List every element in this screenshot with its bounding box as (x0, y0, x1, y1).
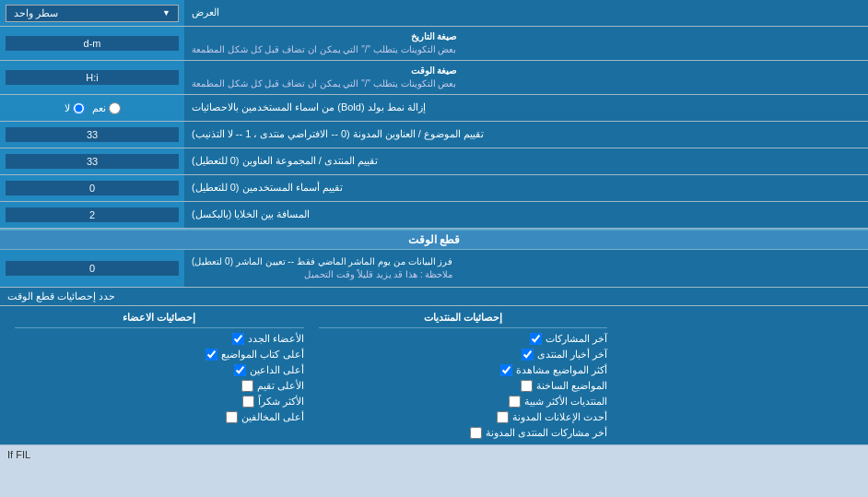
checkbox-forum-news: آخر أخبار المنتدى (319, 347, 608, 362)
posts-stats-col: إحصائيات المنتديات آخر المشاركات آخر أخب… (311, 310, 616, 441)
time-format-input-cell (0, 61, 184, 94)
members-stats-col: إحصائيات الاعضاء الأعضاء الجدد أعلى كتاب… (7, 310, 311, 441)
users-order-input[interactable] (6, 181, 179, 195)
cell-spacing-input-cell (0, 202, 184, 228)
realtime-filter-input-cell (0, 250, 184, 287)
bold-yes-label[interactable]: نعم (92, 102, 121, 114)
checkbox-forum-posts: أخر مشاركات المنتدى المدونة (319, 425, 608, 441)
users-order-input-cell (0, 175, 184, 201)
realtime-filter-label: فرز البيانات من يوم الماشر الماضي فقط --… (184, 250, 868, 287)
checkbox-top-rated: الأعلى تقيم (15, 378, 304, 394)
bold-no-label[interactable]: لا (65, 102, 85, 114)
checkbox-latest-posts-input[interactable] (530, 333, 542, 345)
cell-spacing-label: المسافة بين الخلايا (بالبكسل) (184, 202, 868, 228)
checkbox-hot-topics: المواضيع الساخنة (319, 378, 608, 394)
bold-row: إزالة نمط بولد (Bold) من اسماء المستخدمي… (0, 95, 868, 122)
checkbox-forum-posts-input[interactable] (470, 427, 482, 439)
display-mode-input[interactable]: ▼ سطر واحد (0, 0, 184, 26)
checkbox-top-violators: أعلى المخالفين (15, 409, 304, 425)
checkbox-most-similar: المنتديات الأكثر شبية (319, 394, 608, 409)
display-mode-label: العرض (184, 0, 868, 26)
checkbox-new-members-input[interactable] (232, 333, 244, 345)
checkbox-most-viewed-input[interactable] (500, 364, 512, 376)
checkbox-most-thanks-input[interactable] (242, 396, 254, 408)
forum-order-input-cell (0, 148, 184, 174)
bold-label: إزالة نمط بولد (Bold) من اسماء المستخدمي… (184, 95, 868, 121)
topic-order-input-cell (0, 122, 184, 148)
display-mode-row: العرض ▼ سطر واحد (0, 0, 868, 27)
checkbox-top-invitors: أعلى الداعين (15, 362, 304, 378)
date-format-label: صيغة التاريخ بعض التكوينات يتطلب "/" الت… (184, 27, 868, 60)
date-format-row: صيغة التاريخ بعض التكوينات يتطلب "/" الت… (0, 27, 868, 61)
checkbox-top-writers: أعلى كتاب المواضيع (15, 347, 304, 362)
bold-yes-radio[interactable] (109, 102, 121, 114)
checkbox-hot-topics-input[interactable] (521, 380, 533, 392)
bold-radio-cell: نعم لا (0, 95, 184, 121)
checkbox-most-viewed: أكثر المواضيع مشاهدة (319, 362, 608, 378)
checkbox-top-violators-input[interactable] (226, 411, 238, 423)
users-order-row: تقييم أسماء المستخدمين (0 للتعطيل) (0, 175, 868, 202)
realtime-header: قطع الوقت (0, 229, 868, 250)
time-format-input[interactable] (6, 70, 179, 85)
checkbox-top-invitors-input[interactable] (234, 364, 246, 376)
checkbox-latest-announcements: أحدث الإعلانات المدونة (319, 409, 608, 425)
checkbox-new-members: الأعضاء الجدد (15, 331, 304, 347)
checkbox-latest-posts: آخر المشاركات (319, 331, 608, 347)
date-format-input-cell (0, 27, 184, 60)
topic-order-row: تقييم الموضوع / العناوين المدونة (0 -- ا… (0, 122, 868, 148)
posts-stats-header: إحصائيات المنتديات (319, 310, 608, 328)
forum-order-row: تقييم المنتدى / المجموعة العناوين (0 للت… (0, 148, 868, 175)
checkbox-top-rated-input[interactable] (241, 380, 253, 392)
if-fil-row: If FIL (0, 445, 868, 464)
topic-order-label: تقييم الموضوع / العناوين المدونة (0 -- ا… (184, 122, 868, 148)
time-format-label: صيغة الوقت بعض التكوينات يتطلب "/" التي … (184, 61, 868, 94)
cell-spacing-input[interactable] (6, 207, 179, 222)
display-mode-dropdown[interactable]: ▼ سطر واحد (6, 5, 179, 22)
checkbox-most-similar-input[interactable] (509, 396, 521, 408)
empty-col (615, 310, 861, 441)
cell-spacing-row: المسافة بين الخلايا (بالبكسل) (0, 202, 868, 229)
members-stats-header: إحصائيات الاعضاء (15, 310, 304, 328)
dropdown-arrow: ▼ (162, 8, 170, 18)
time-format-row: صيغة الوقت بعض التكوينات يتطلب "/" التي … (0, 61, 868, 95)
checkbox-forum-news-input[interactable] (522, 349, 534, 361)
checkbox-most-thanks: الأكثر شكراً (15, 394, 304, 409)
topic-order-input[interactable] (6, 127, 179, 142)
realtime-filter-row: فرز البيانات من يوم الماشر الماضي فقط --… (0, 250, 868, 288)
forum-order-input[interactable] (6, 154, 179, 169)
checkbox-top-writers-input[interactable] (205, 349, 217, 361)
date-format-input[interactable] (6, 36, 179, 51)
checkboxes-section: إحصائيات المنتديات آخر المشاركات آخر أخب… (0, 306, 868, 445)
realtime-filter-input[interactable] (6, 261, 179, 276)
checkbox-latest-announcements-input[interactable] (497, 411, 509, 423)
forum-order-label: تقييم المنتدى / المجموعة العناوين (0 للت… (184, 148, 868, 174)
users-order-label: تقييم أسماء المستخدمين (0 للتعطيل) (184, 175, 868, 201)
bold-no-radio[interactable] (73, 102, 85, 114)
checkboxes-cols: إحصائيات المنتديات آخر المشاركات آخر أخب… (7, 310, 861, 441)
limit-row: حدد إحصائيات قطع الوقت (0, 288, 868, 306)
